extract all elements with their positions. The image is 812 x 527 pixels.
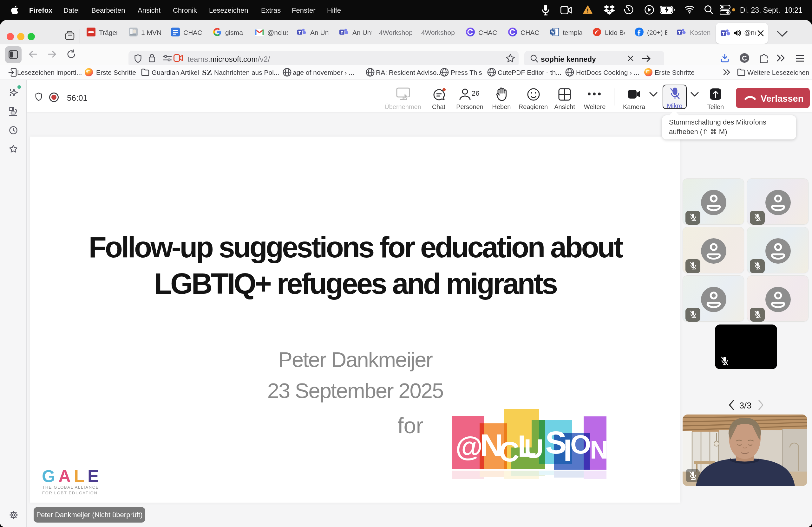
svg-text:@: @ [455, 431, 483, 462]
svg-text:C: C [499, 436, 519, 467]
svg-text:N: N [590, 436, 607, 464]
svg-text:U: U [524, 434, 543, 464]
svg-text:O: O [570, 430, 591, 459]
